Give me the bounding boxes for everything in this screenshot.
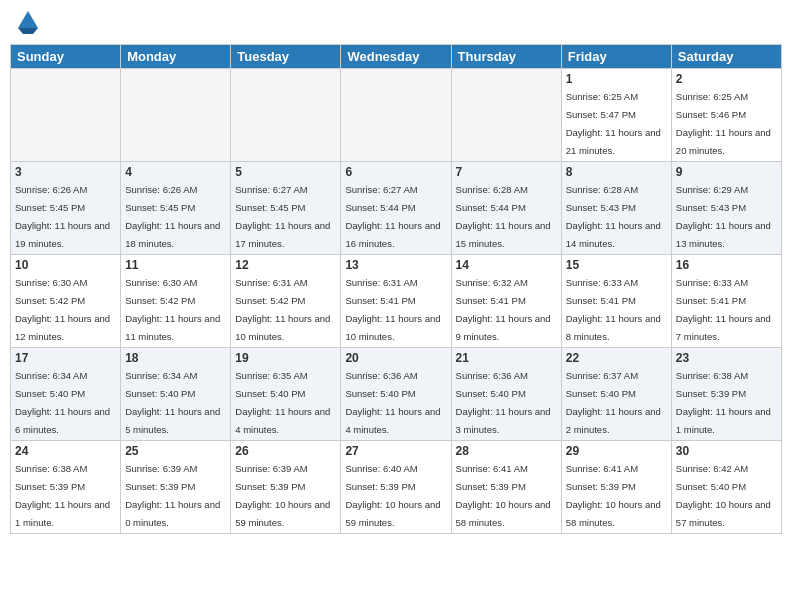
calendar: SundayMondayTuesdayWednesdayThursdayFrid… — [10, 44, 782, 534]
calendar-cell: 4Sunrise: 6:26 AMSunset: 5:45 PMDaylight… — [121, 162, 231, 255]
day-info: Sunrise: 6:30 AMSunset: 5:42 PMDaylight:… — [15, 277, 110, 342]
day-info: Sunrise: 6:30 AMSunset: 5:42 PMDaylight:… — [125, 277, 220, 342]
calendar-cell: 20Sunrise: 6:36 AMSunset: 5:40 PMDayligh… — [341, 348, 451, 441]
calendar-cell: 13Sunrise: 6:31 AMSunset: 5:41 PMDayligh… — [341, 255, 451, 348]
calendar-cell: 17Sunrise: 6:34 AMSunset: 5:40 PMDayligh… — [11, 348, 121, 441]
day-number: 27 — [345, 444, 446, 458]
calendar-week-row: 1Sunrise: 6:25 AMSunset: 5:47 PMDaylight… — [11, 69, 782, 162]
day-info: Sunrise: 6:36 AMSunset: 5:40 PMDaylight:… — [345, 370, 440, 435]
calendar-cell: 11Sunrise: 6:30 AMSunset: 5:42 PMDayligh… — [121, 255, 231, 348]
day-info: Sunrise: 6:27 AMSunset: 5:44 PMDaylight:… — [345, 184, 440, 249]
day-number: 2 — [676, 72, 777, 86]
calendar-day-header: Monday — [121, 45, 231, 69]
day-number: 13 — [345, 258, 446, 272]
day-info: Sunrise: 6:41 AMSunset: 5:39 PMDaylight:… — [456, 463, 551, 528]
day-info: Sunrise: 6:34 AMSunset: 5:40 PMDaylight:… — [15, 370, 110, 435]
day-number: 18 — [125, 351, 226, 365]
calendar-cell: 23Sunrise: 6:38 AMSunset: 5:39 PMDayligh… — [671, 348, 781, 441]
day-number: 24 — [15, 444, 116, 458]
day-info: Sunrise: 6:42 AMSunset: 5:40 PMDaylight:… — [676, 463, 771, 528]
day-number: 17 — [15, 351, 116, 365]
day-info: Sunrise: 6:25 AMSunset: 5:46 PMDaylight:… — [676, 91, 771, 156]
calendar-cell: 19Sunrise: 6:35 AMSunset: 5:40 PMDayligh… — [231, 348, 341, 441]
calendar-cell: 12Sunrise: 6:31 AMSunset: 5:42 PMDayligh… — [231, 255, 341, 348]
calendar-week-row: 10Sunrise: 6:30 AMSunset: 5:42 PMDayligh… — [11, 255, 782, 348]
calendar-cell: 14Sunrise: 6:32 AMSunset: 5:41 PMDayligh… — [451, 255, 561, 348]
calendar-header: SundayMondayTuesdayWednesdayThursdayFrid… — [11, 45, 782, 69]
calendar-cell: 25Sunrise: 6:39 AMSunset: 5:39 PMDayligh… — [121, 441, 231, 534]
calendar-day-header: Tuesday — [231, 45, 341, 69]
day-info: Sunrise: 6:38 AMSunset: 5:39 PMDaylight:… — [15, 463, 110, 528]
day-number: 12 — [235, 258, 336, 272]
day-number: 14 — [456, 258, 557, 272]
calendar-cell — [341, 69, 451, 162]
calendar-week-row: 17Sunrise: 6:34 AMSunset: 5:40 PMDayligh… — [11, 348, 782, 441]
day-number: 29 — [566, 444, 667, 458]
svg-marker-0 — [18, 11, 38, 28]
calendar-cell: 18Sunrise: 6:34 AMSunset: 5:40 PMDayligh… — [121, 348, 231, 441]
calendar-header-row: SundayMondayTuesdayWednesdayThursdayFrid… — [11, 45, 782, 69]
calendar-cell: 22Sunrise: 6:37 AMSunset: 5:40 PMDayligh… — [561, 348, 671, 441]
calendar-cell — [231, 69, 341, 162]
day-number: 25 — [125, 444, 226, 458]
calendar-week-row: 24Sunrise: 6:38 AMSunset: 5:39 PMDayligh… — [11, 441, 782, 534]
day-info: Sunrise: 6:41 AMSunset: 5:39 PMDaylight:… — [566, 463, 661, 528]
calendar-day-header: Wednesday — [341, 45, 451, 69]
day-number: 20 — [345, 351, 446, 365]
day-number: 4 — [125, 165, 226, 179]
calendar-cell: 21Sunrise: 6:36 AMSunset: 5:40 PMDayligh… — [451, 348, 561, 441]
calendar-cell: 30Sunrise: 6:42 AMSunset: 5:40 PMDayligh… — [671, 441, 781, 534]
page-header — [10, 10, 782, 36]
day-info: Sunrise: 6:40 AMSunset: 5:39 PMDaylight:… — [345, 463, 440, 528]
day-number: 8 — [566, 165, 667, 179]
day-info: Sunrise: 6:39 AMSunset: 5:39 PMDaylight:… — [125, 463, 220, 528]
logo — [10, 10, 43, 36]
day-info: Sunrise: 6:27 AMSunset: 5:45 PMDaylight:… — [235, 184, 330, 249]
day-info: Sunrise: 6:26 AMSunset: 5:45 PMDaylight:… — [125, 184, 220, 249]
day-info: Sunrise: 6:28 AMSunset: 5:44 PMDaylight:… — [456, 184, 551, 249]
day-info: Sunrise: 6:39 AMSunset: 5:39 PMDaylight:… — [235, 463, 330, 528]
day-number: 1 — [566, 72, 667, 86]
day-number: 30 — [676, 444, 777, 458]
day-info: Sunrise: 6:37 AMSunset: 5:40 PMDaylight:… — [566, 370, 661, 435]
calendar-body: 1Sunrise: 6:25 AMSunset: 5:47 PMDaylight… — [11, 69, 782, 534]
day-info: Sunrise: 6:38 AMSunset: 5:39 PMDaylight:… — [676, 370, 771, 435]
svg-marker-1 — [18, 28, 38, 34]
day-info: Sunrise: 6:36 AMSunset: 5:40 PMDaylight:… — [456, 370, 551, 435]
calendar-cell — [11, 69, 121, 162]
calendar-day-header: Sunday — [11, 45, 121, 69]
day-number: 10 — [15, 258, 116, 272]
calendar-cell: 15Sunrise: 6:33 AMSunset: 5:41 PMDayligh… — [561, 255, 671, 348]
calendar-cell: 1Sunrise: 6:25 AMSunset: 5:47 PMDaylight… — [561, 69, 671, 162]
day-info: Sunrise: 6:26 AMSunset: 5:45 PMDaylight:… — [15, 184, 110, 249]
calendar-cell: 3Sunrise: 6:26 AMSunset: 5:45 PMDaylight… — [11, 162, 121, 255]
day-info: Sunrise: 6:32 AMSunset: 5:41 PMDaylight:… — [456, 277, 551, 342]
day-number: 3 — [15, 165, 116, 179]
calendar-cell: 8Sunrise: 6:28 AMSunset: 5:43 PMDaylight… — [561, 162, 671, 255]
day-info: Sunrise: 6:25 AMSunset: 5:47 PMDaylight:… — [566, 91, 661, 156]
day-number: 15 — [566, 258, 667, 272]
page-container: SundayMondayTuesdayWednesdayThursdayFrid… — [0, 0, 792, 612]
day-number: 26 — [235, 444, 336, 458]
calendar-cell: 10Sunrise: 6:30 AMSunset: 5:42 PMDayligh… — [11, 255, 121, 348]
day-number: 23 — [676, 351, 777, 365]
calendar-day-header: Saturday — [671, 45, 781, 69]
calendar-cell: 24Sunrise: 6:38 AMSunset: 5:39 PMDayligh… — [11, 441, 121, 534]
calendar-cell — [121, 69, 231, 162]
day-number: 11 — [125, 258, 226, 272]
day-number: 5 — [235, 165, 336, 179]
calendar-cell: 16Sunrise: 6:33 AMSunset: 5:41 PMDayligh… — [671, 255, 781, 348]
day-number: 19 — [235, 351, 336, 365]
day-number: 22 — [566, 351, 667, 365]
calendar-cell: 7Sunrise: 6:28 AMSunset: 5:44 PMDaylight… — [451, 162, 561, 255]
day-info: Sunrise: 6:31 AMSunset: 5:41 PMDaylight:… — [345, 277, 440, 342]
calendar-cell: 26Sunrise: 6:39 AMSunset: 5:39 PMDayligh… — [231, 441, 341, 534]
calendar-week-row: 3Sunrise: 6:26 AMSunset: 5:45 PMDaylight… — [11, 162, 782, 255]
day-info: Sunrise: 6:31 AMSunset: 5:42 PMDaylight:… — [235, 277, 330, 342]
logo-icon — [13, 6, 43, 36]
calendar-day-header: Friday — [561, 45, 671, 69]
day-info: Sunrise: 6:28 AMSunset: 5:43 PMDaylight:… — [566, 184, 661, 249]
calendar-cell — [451, 69, 561, 162]
day-number: 28 — [456, 444, 557, 458]
day-number: 6 — [345, 165, 446, 179]
